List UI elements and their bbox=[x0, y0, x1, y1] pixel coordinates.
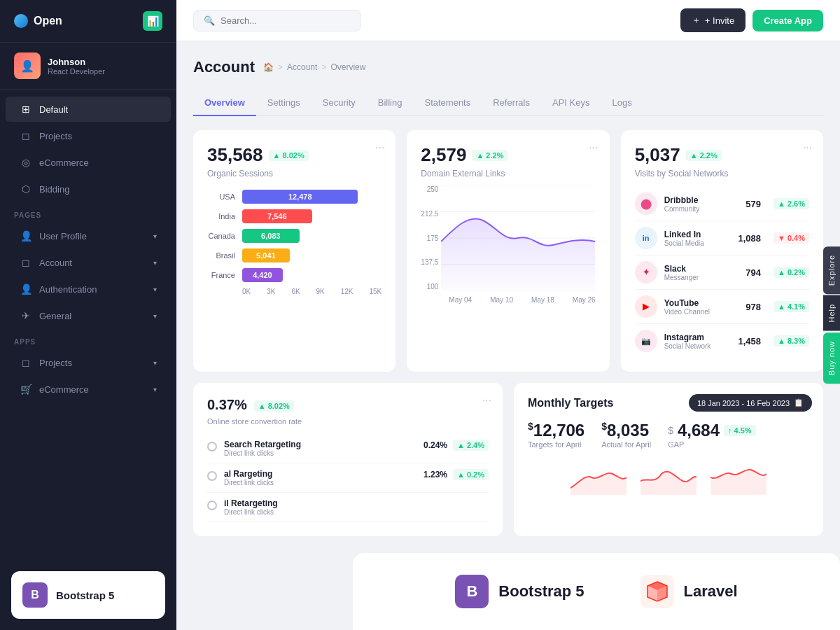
domain-links-card: ··· 2,579 ▲ 2.2% Domain External Links 2… bbox=[407, 130, 609, 372]
monthly-mini-charts bbox=[528, 460, 809, 495]
create-app-button[interactable]: Create App bbox=[752, 10, 823, 31]
stats-grid: ··· 35,568 ▲ 8.02% Organic Sessions USA … bbox=[193, 130, 823, 372]
retarget-item-il: il Retargeting Direct link clicks bbox=[207, 493, 489, 522]
retarget-badge: ▲ 0.2% bbox=[453, 469, 489, 480]
line-chart: 250212.5175137.5100 bbox=[421, 186, 595, 304]
actual-amount: $8,035 bbox=[601, 421, 651, 440]
sidebar-item-label: Projects bbox=[39, 131, 72, 141]
help-button[interactable]: Help bbox=[823, 295, 840, 331]
sidebar-item-label: Projects bbox=[39, 358, 72, 368]
monthly-chart-1 bbox=[570, 460, 626, 495]
stat-value: 2,579 ▲ 2.2% bbox=[421, 144, 595, 166]
social-item-instagram: 📷 Instagram Social Network 1,458 ▲ 8.3% bbox=[635, 324, 809, 358]
targets-amount: $12,706 bbox=[528, 421, 584, 440]
content-area: Account 🏠 > Account > Overview Overview … bbox=[176, 41, 840, 630]
sidebar-item-user-profile[interactable]: 👤 User Profile ▾ bbox=[6, 223, 171, 248]
social-badge: ▲ 2.6% bbox=[774, 198, 809, 209]
social-item-slack: ✦ Slack Messanger 794 ▲ 0.2% bbox=[635, 255, 809, 290]
sidebar-item-apps-projects[interactable]: ◻ Projects ▾ bbox=[6, 350, 171, 375]
line-chart-svg bbox=[441, 186, 595, 290]
chevron-down-icon: ▾ bbox=[153, 359, 157, 367]
sidebar-item-apps-ecommerce[interactable]: 🛒 eCommerce ▾ bbox=[6, 377, 171, 402]
page-header: Account 🏠 > Account > Overview bbox=[193, 58, 823, 76]
home-icon: 🏠 bbox=[263, 62, 274, 72]
more-options-button[interactable]: ··· bbox=[589, 141, 598, 154]
bootstrap-name: Bootstrap 5 bbox=[498, 582, 584, 601]
stat-label: Organic Sessions bbox=[207, 169, 382, 178]
apps-section-label: APPS bbox=[0, 330, 176, 349]
tab-statements[interactable]: Statements bbox=[413, 90, 482, 116]
laravel-item: Laravel bbox=[640, 575, 738, 608]
search-box[interactable]: 🔍 bbox=[193, 10, 361, 31]
y-axis-labels: 250212.5175137.5100 bbox=[421, 186, 441, 290]
bar-chart: USA 12,478 India 7,546 Canada bbox=[207, 190, 382, 295]
x-axis-labels: May 04May 10May 18May 26 bbox=[421, 296, 595, 304]
page-title: Account bbox=[193, 58, 255, 76]
sidebar-item-label: Default bbox=[39, 104, 68, 115]
chevron-down-icon: ▾ bbox=[153, 286, 157, 293]
more-options-button[interactable]: ··· bbox=[803, 141, 812, 154]
social-visits-card: ··· 5,037 ▲ 2.2% Visits by Social Networ… bbox=[621, 130, 823, 372]
sidebar-item-label: Authentication bbox=[39, 284, 97, 295]
apps-ecommerce-icon: 🛒 bbox=[20, 384, 32, 395]
conversion-label: Online store convertion rate bbox=[207, 417, 489, 426]
stat-badge: ▲ 8.02% bbox=[269, 150, 309, 161]
sidebar-item-bidding[interactable]: ⬡ Bidding bbox=[6, 176, 171, 202]
tab-billing[interactable]: Billing bbox=[367, 90, 414, 116]
explore-button[interactable]: Explore bbox=[823, 246, 840, 294]
chevron-down-icon: ▾ bbox=[153, 386, 157, 393]
app-logo: Open bbox=[14, 14, 62, 28]
sidebar-item-default[interactable]: ⊞ Default bbox=[6, 97, 171, 122]
targets-stat: $12,706 Targets for April bbox=[528, 421, 584, 449]
dribbble-logo: ⬤ bbox=[635, 192, 657, 215]
social-badge: ▲ 4.1% bbox=[774, 301, 809, 312]
gap-badge: ↑ 4.5% bbox=[724, 425, 756, 436]
sidebar-header: Open 📊 bbox=[0, 0, 176, 43]
retarget-badge: ▲ 2.4% bbox=[453, 440, 489, 451]
sidebar-item-projects[interactable]: ◻ Projects bbox=[6, 123, 171, 148]
conversion-badge: ▲ 8.02% bbox=[254, 400, 294, 412]
tab-api-keys[interactable]: API Keys bbox=[541, 90, 601, 116]
stats-icon-button[interactable]: 📊 bbox=[143, 11, 162, 31]
conversion-card: ··· 0.37% ▲ 8.02% Online store convertio… bbox=[193, 383, 503, 536]
user-info: Johnson React Developer bbox=[48, 57, 105, 76]
search-input[interactable] bbox=[220, 15, 351, 26]
stat-badge: ▲ 2.2% bbox=[472, 150, 507, 161]
more-options-button[interactable]: ··· bbox=[482, 394, 491, 407]
gap-amount: 4,684 bbox=[678, 421, 720, 440]
user-card: 👤 Johnson React Developer bbox=[0, 43, 176, 90]
retarget-item-al: al Rargeting Direct link clicks 1.23% ▲ … bbox=[207, 463, 489, 493]
tab-settings[interactable]: Settings bbox=[256, 90, 312, 116]
pages-nav: 👤 User Profile ▾ ◻ Account ▾ 👤 Authentic… bbox=[0, 222, 176, 330]
bootstrap-item: B Bootstrap 5 bbox=[455, 575, 584, 608]
tab-security[interactable]: Security bbox=[312, 90, 367, 116]
retargeting-list: Search Retargeting Direct link clicks 0.… bbox=[207, 434, 489, 522]
tab-referrals[interactable]: Referrals bbox=[482, 90, 541, 116]
account-icon: ◻ bbox=[20, 257, 32, 268]
framework-overlay: B Bootstrap 5 Laravel bbox=[353, 553, 840, 630]
sidebar-item-account[interactable]: ◻ Account ▾ bbox=[6, 250, 171, 275]
monthly-chart-2 bbox=[640, 460, 696, 495]
sidebar-item-general[interactable]: ✈ General ▾ bbox=[6, 303, 171, 328]
social-item-dribbble: ⬤ Dribbble Community 579 ▲ 2.6% bbox=[635, 187, 809, 221]
tab-logs[interactable]: Logs bbox=[601, 90, 643, 116]
topbar: 🔍 ＋ + Invite Create App bbox=[176, 0, 840, 41]
buy-now-button[interactable]: Buy now bbox=[823, 332, 840, 384]
retarget-item-search: Search Retargeting Direct link clicks 0.… bbox=[207, 434, 489, 463]
more-options-button[interactable]: ··· bbox=[375, 141, 384, 154]
tab-overview[interactable]: Overview bbox=[193, 90, 256, 116]
date-range-badge: 18 Jan 2023 - 16 Feb 2023 📋 bbox=[689, 394, 812, 412]
sidebar-item-authentication[interactable]: 👤 Authentication ▾ bbox=[6, 276, 171, 302]
slack-logo: ✦ bbox=[635, 261, 657, 284]
avatar: 👤 bbox=[14, 52, 41, 79]
sidebar-item-ecommerce[interactable]: ◎ eCommerce bbox=[6, 150, 171, 175]
main-content: 🔍 ＋ + Invite Create App Account 🏠 > Acco… bbox=[176, 0, 840, 630]
bar-row-india: India 7,546 bbox=[207, 209, 382, 223]
invite-button[interactable]: ＋ + Invite bbox=[680, 8, 746, 32]
retarget-dot bbox=[207, 471, 217, 481]
general-icon: ✈ bbox=[20, 310, 32, 321]
app-name: Open bbox=[34, 15, 62, 27]
projects-icon: ◻ bbox=[20, 130, 32, 141]
targets-label: Targets for April bbox=[528, 440, 584, 449]
tabs: Overview Settings Security Billing State… bbox=[193, 90, 823, 116]
